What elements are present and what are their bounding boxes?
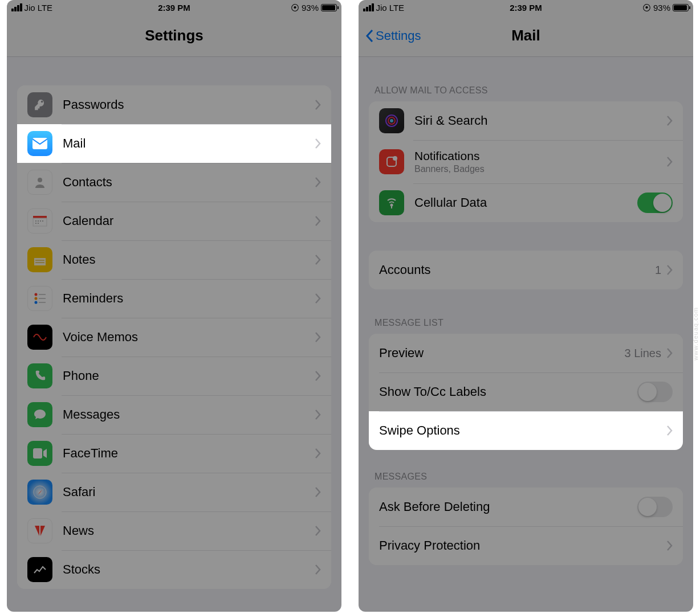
row-show-tocc[interactable]: Show To/Cc Labels xyxy=(369,373,683,411)
battery-icon xyxy=(673,4,689,11)
svg-point-4 xyxy=(35,220,36,222)
row-voice-memos[interactable]: Voice Memos xyxy=(17,318,331,357)
chevron-right-icon xyxy=(315,487,321,497)
svg-point-24 xyxy=(390,119,393,122)
messages-icon xyxy=(27,402,52,427)
cellular-icon xyxy=(379,190,404,215)
chevron-right-icon xyxy=(315,216,321,226)
row-news[interactable]: News xyxy=(17,511,331,550)
chevron-right-icon xyxy=(315,410,321,420)
carrier-label: Jio xyxy=(376,3,387,13)
chevron-right-icon xyxy=(667,348,673,358)
mail-icon xyxy=(27,131,52,156)
row-phone[interactable]: Phone xyxy=(17,357,331,395)
svg-point-9 xyxy=(38,223,39,224)
chevron-right-icon xyxy=(315,100,321,110)
svg-point-26 xyxy=(393,157,397,160)
row-mail[interactable]: Mail xyxy=(17,124,331,163)
show-tocc-toggle[interactable] xyxy=(637,382,673,402)
row-siri-search[interactable]: Siri & Search xyxy=(369,101,683,140)
row-label: Cellular Data xyxy=(414,195,637,210)
chevron-right-icon xyxy=(315,526,321,536)
chevron-right-icon xyxy=(667,265,673,275)
clock: 2:39 PM xyxy=(510,3,542,13)
alarm-icon: ⦿ xyxy=(642,3,651,13)
chevron-right-icon xyxy=(667,116,673,126)
section-header-access: ALLOW MAIL TO ACCESS xyxy=(359,85,693,101)
chevron-right-icon xyxy=(315,293,321,304)
chevron-left-icon xyxy=(365,29,373,43)
row-label: Siri & Search xyxy=(414,113,667,128)
chevron-right-icon xyxy=(315,255,321,265)
chevron-right-icon xyxy=(315,332,321,342)
row-passwords[interactable]: Passwords xyxy=(17,85,331,124)
svg-point-14 xyxy=(35,293,38,296)
row-stocks[interactable]: Stocks xyxy=(17,550,331,589)
battery-pct: 93% xyxy=(653,3,670,13)
row-label: Stocks xyxy=(63,562,315,577)
ask-delete-toggle[interactable] xyxy=(637,497,673,517)
nav-header: Settings Mail xyxy=(359,15,693,57)
row-accounts[interactable]: Accounts 1 xyxy=(369,251,683,289)
row-safari[interactable]: Safari xyxy=(17,473,331,511)
row-messages[interactable]: Messages xyxy=(17,395,331,434)
cellular-toggle[interactable] xyxy=(637,193,673,213)
svg-rect-2 xyxy=(33,216,47,218)
carrier-label: Jio xyxy=(25,3,35,13)
section-header-msglist: MESSAGE LIST xyxy=(359,318,693,334)
row-contacts[interactable]: Contacts xyxy=(17,163,331,202)
row-preview[interactable]: Preview 3 Lines xyxy=(369,334,683,373)
row-notes[interactable]: Notes xyxy=(17,240,331,279)
news-icon xyxy=(27,518,52,543)
row-label: Notifications xyxy=(414,149,667,163)
row-facetime[interactable]: FaceTime xyxy=(17,434,331,473)
row-ask-before-deleting[interactable]: Ask Before Deleting xyxy=(369,488,683,526)
row-privacy-protection[interactable]: Privacy Protection xyxy=(369,526,683,565)
network-label: LTE xyxy=(389,3,404,13)
page-title: Settings xyxy=(145,27,204,44)
signal-icon xyxy=(11,3,22,11)
row-notifications[interactable]: Notifications Banners, Badges xyxy=(369,140,683,183)
reminders-icon xyxy=(27,286,52,311)
svg-point-15 xyxy=(35,297,38,300)
signal-icon xyxy=(363,3,374,11)
chevron-right-icon xyxy=(667,541,673,551)
back-button[interactable]: Settings xyxy=(365,28,421,43)
row-swipe-options[interactable]: Swipe Options xyxy=(369,411,683,450)
row-reminders[interactable]: Reminders xyxy=(17,279,331,318)
chevron-right-icon xyxy=(315,564,321,575)
clock: 2:39 PM xyxy=(158,3,190,13)
row-label: Contacts xyxy=(63,175,315,190)
row-label: News xyxy=(63,523,315,538)
watermark: www.deuaq.com xyxy=(692,307,699,361)
safari-icon xyxy=(27,480,52,505)
row-label: Swipe Options xyxy=(379,423,667,438)
row-label: Show To/Cc Labels xyxy=(379,384,637,399)
accounts-group: Accounts 1 xyxy=(369,251,683,289)
row-label: Passwords xyxy=(63,97,315,112)
svg-rect-11 xyxy=(34,258,46,265)
mail-settings-screen: Jio LTE 2:39 PM ⦿ 93% Settings Mail ALLO… xyxy=(359,0,693,612)
accounts-count: 1 xyxy=(655,264,661,277)
row-label: Mail xyxy=(63,136,315,151)
chevron-right-icon xyxy=(667,157,673,167)
messages-group: Ask Before Deleting Privacy Protection xyxy=(369,488,683,565)
message-list-group: Preview 3 Lines Show To/Cc Labels Swipe … xyxy=(369,334,683,450)
row-calendar[interactable]: Calendar xyxy=(17,202,331,240)
row-sublabel: Banners, Badges xyxy=(414,164,667,174)
siri-icon xyxy=(379,108,404,133)
row-label: Accounts xyxy=(379,263,655,277)
chevron-right-icon xyxy=(667,425,673,436)
battery-pct: 93% xyxy=(302,3,319,13)
chevron-right-icon xyxy=(315,371,321,381)
row-label: Messages xyxy=(63,407,315,422)
row-cellular-data[interactable]: Cellular Data xyxy=(369,183,683,222)
svg-point-7 xyxy=(42,220,43,222)
back-label: Settings xyxy=(376,28,421,43)
settings-screen: Jio LTE 2:39 PM ⦿ 93% Settings Passwords xyxy=(7,0,341,612)
row-label: FaceTime xyxy=(63,446,315,461)
row-label: Safari xyxy=(63,485,315,500)
status-bar: Jio LTE 2:39 PM ⦿ 93% xyxy=(359,0,693,15)
facetime-icon xyxy=(27,441,52,466)
contacts-icon xyxy=(27,170,52,195)
